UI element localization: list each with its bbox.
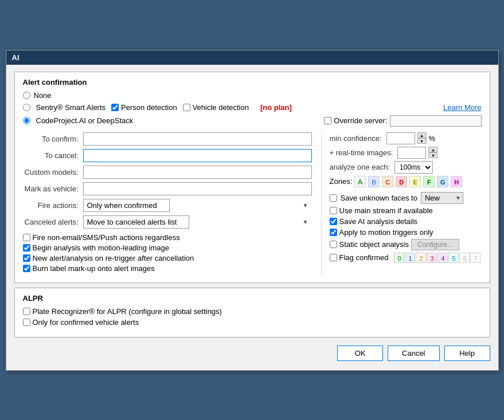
only-confirmed-row: Only for confirmed vehicle alerts	[23, 318, 482, 327]
flag-5[interactable]: 5	[448, 253, 459, 263]
min-confidence-spinner: ▲ ▼	[417, 132, 427, 144]
flag-confirmed-checkbox[interactable]	[330, 254, 337, 261]
fire-nonemail-checkbox[interactable]	[23, 234, 30, 241]
to-cancel-label: To cancel:	[23, 151, 83, 160]
fire-actions-select[interactable]: Only when confirmed Always Never	[83, 199, 170, 212]
vehicle-detection-checkbox[interactable]	[183, 104, 190, 111]
new-alert-row: New alert/analysis on re-trigger after c…	[23, 254, 312, 262]
to-cancel-row: To cancel: unicorn	[23, 149, 312, 162]
to-cancel-input[interactable]: unicorn	[83, 149, 312, 162]
help-button[interactable]: Help	[444, 346, 490, 361]
real-time-images-spinner: ▲ ▼	[428, 147, 437, 158]
override-server-checkbox[interactable]	[324, 117, 331, 124]
flag-0[interactable]: 0	[394, 253, 404, 263]
use-main-stream-checkbox[interactable]	[330, 207, 337, 214]
only-confirmed-checkbox[interactable]	[23, 319, 30, 326]
flag-6[interactable]: 6	[459, 253, 470, 263]
save-faces-select[interactable]: New Existing	[421, 192, 463, 204]
flag-2[interactable]: 2	[416, 253, 426, 263]
custom-models-input[interactable]: ipcam-general	[83, 166, 312, 179]
zone-c-btn[interactable]: C	[382, 176, 393, 187]
apply-motion-row: Apply to motion triggers only	[330, 228, 482, 237]
pct-label: %	[429, 134, 436, 143]
zone-b-btn[interactable]: B	[368, 176, 380, 187]
min-confidence-row: min confidence: 70 ▲ ▼ %	[330, 132, 482, 144]
new-alert-checkbox[interactable]	[23, 254, 30, 262]
button-row: OK Cancel Help	[14, 343, 490, 364]
custom-models-row: Custom models: ipcam-general	[23, 166, 312, 179]
title-bar: AI	[6, 50, 498, 65]
sentry-radio[interactable]	[23, 104, 30, 111]
flag-1[interactable]: 1	[405, 253, 415, 263]
mark-as-vehicle-input[interactable]: car,truck,bus,vehicle	[83, 182, 312, 195]
flag-4[interactable]: 4	[437, 253, 448, 263]
none-radio-row: None	[23, 91, 482, 100]
configure-button[interactable]: Configure...	[411, 239, 459, 250]
begin-analysis-row: Begin analysis with motion-leading image	[23, 244, 312, 252]
custom-models-label: Custom models:	[23, 168, 83, 176]
none-label: None	[34, 91, 52, 100]
canceled-alerts-label: Canceled alerts:	[23, 218, 83, 226]
plate-recognizer-checkbox[interactable]	[23, 308, 30, 315]
use-main-stream-row: Use main stream if available	[330, 206, 482, 215]
canceled-alerts-row: Canceled alerts: Move to canceled alerts…	[23, 215, 312, 229]
apply-motion-label: Apply to motion triggers only	[339, 228, 433, 237]
mark-as-vehicle-row: Mark as vehicle: car,truck,bus,vehicle	[23, 182, 312, 195]
fire-actions-row: Fire actions: Only when confirmed Always…	[23, 199, 312, 212]
zone-g-btn[interactable]: G	[437, 176, 448, 187]
real-time-images-row: + real-time images: 4 ▲ ▼	[330, 147, 482, 159]
alpr-title: ALPR	[23, 294, 482, 303]
real-time-down[interactable]: ▼	[428, 152, 437, 158]
main-window: AI Alert confirmation None Sentry® Smart…	[6, 50, 499, 371]
apply-motion-checkbox[interactable]	[330, 229, 337, 236]
static-object-label: Static object analysis	[339, 240, 409, 249]
flag-confirmed-label: Flag confirmed	[339, 253, 389, 262]
codeproject-radio[interactable]	[23, 117, 30, 124]
cancel-button[interactable]: Cancel	[388, 346, 439, 361]
zone-a-btn[interactable]: A	[354, 176, 366, 187]
alert-confirmation-title: Alert confirmation	[23, 78, 482, 87]
server-input[interactable]: 192.168.50.17:32168	[390, 115, 482, 127]
use-main-stream-label: Use main stream if available	[339, 206, 433, 215]
plate-recognizer-row: Plate Recognizer® for ALPR (configure in…	[23, 307, 482, 316]
ok-button[interactable]: OK	[337, 346, 383, 361]
begin-analysis-label: Begin analysis with motion-leading image	[33, 244, 169, 252]
no-plan-badge: [no plan]	[260, 103, 292, 112]
canceled-alerts-select-wrap: Move to canceled alerts list Delete Keep	[83, 215, 312, 229]
flag-confirmed-row: Flag confirmed 0 1 2 3 4 5 6 7	[330, 253, 482, 263]
learn-more-link[interactable]: Learn More	[443, 103, 481, 112]
new-alert-label: New alert/analysis on re-trigger after c…	[33, 254, 194, 262]
canceled-alerts-select[interactable]: Move to canceled alerts list Delete Keep	[83, 215, 189, 229]
static-object-checkbox[interactable]	[330, 241, 337, 248]
flag-7[interactable]: 7	[470, 253, 480, 263]
real-time-images-label: + real-time images:	[330, 148, 393, 157]
to-confirm-input[interactable]: person	[83, 132, 312, 146]
burn-label-checkbox[interactable]	[23, 265, 30, 272]
save-faces-label: Save unknown faces to	[341, 194, 417, 202]
person-detection-checkbox[interactable]	[111, 104, 119, 111]
override-server-wrap: Override server: 192.168.50.17:32168	[324, 115, 481, 127]
analyze-each-select[interactable]: 100ms 200ms 500ms 1s	[394, 161, 433, 174]
min-confidence-label: min confidence:	[330, 134, 382, 143]
zone-h-btn[interactable]: H	[451, 176, 462, 187]
min-confidence-down[interactable]: ▼	[417, 138, 427, 144]
zone-d-btn[interactable]: D	[396, 176, 407, 187]
none-radio[interactable]	[23, 92, 30, 99]
burn-label-label: Burn label mark-up onto alert images	[33, 264, 155, 273]
save-faces-checkbox[interactable]	[330, 194, 337, 202]
min-confidence-up[interactable]: ▲	[417, 132, 427, 138]
window-title: AI	[12, 53, 19, 62]
zone-f-btn[interactable]: F	[423, 176, 435, 187]
alert-confirmation-section: Alert confirmation None Sentry® Smart Al…	[14, 72, 490, 283]
bottom-checks: Fire non-email/SMS/Push actions regardle…	[23, 233, 312, 273]
flag-numbers: 0 1 2 3 4 5 6 7	[394, 253, 480, 263]
begin-analysis-checkbox[interactable]	[23, 244, 30, 252]
real-time-up[interactable]: ▲	[428, 147, 437, 152]
only-confirmed-label: Only for confirmed vehicle alerts	[33, 318, 139, 327]
real-time-images-input[interactable]: 4	[397, 147, 426, 159]
mark-as-vehicle-label: Mark as vehicle:	[23, 185, 83, 193]
min-confidence-input[interactable]: 70	[386, 132, 415, 144]
save-ai-analysis-checkbox[interactable]	[330, 218, 337, 225]
zone-e-btn[interactable]: E	[409, 176, 421, 187]
flag-3[interactable]: 3	[427, 253, 437, 263]
